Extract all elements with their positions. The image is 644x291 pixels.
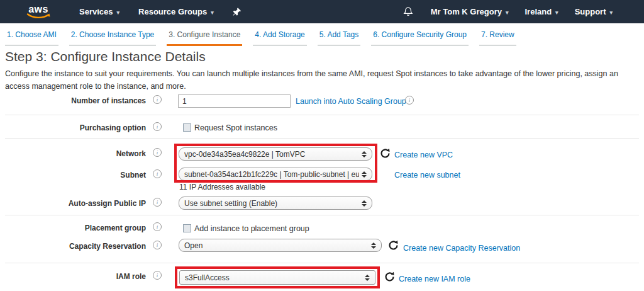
tab-review[interactable]: 7. Review: [479, 30, 516, 46]
network-select-value: vpc-0de34a35ea4c9822e | TomVPC: [179, 150, 359, 159]
info-icon[interactable]: [405, 96, 414, 105]
nav-support-menu[interactable]: Support ▾: [575, 7, 613, 16]
create-new-capacity-reservation-link[interactable]: Create new Capacity Reservation: [403, 244, 520, 253]
configure-instance-page: aws Services ▾ Resource Groups ▾: [0, 0, 644, 291]
tab-configure-security-group[interactable]: 6. Configure Security Group: [371, 30, 469, 46]
nav-support-label: Support: [575, 7, 606, 16]
info-icon[interactable]: [153, 95, 162, 104]
notifications-bell-icon[interactable]: [403, 6, 413, 17]
nav-services-menu[interactable]: Services ▾: [79, 7, 119, 16]
chevron-down-icon: ▾: [211, 9, 214, 16]
nav-services-label: Services: [79, 7, 113, 16]
auto-assign-public-ip-select[interactable]: Use subnet setting (Enable): [179, 197, 372, 210]
launch-into-auto-scaling-group-link[interactable]: Launch into Auto Scaling Group: [296, 97, 406, 106]
auto-assign-public-ip-label: Auto-assign Public IP: [0, 199, 146, 208]
chevron-down-icon: ▾: [117, 9, 120, 16]
nav-right-group: Mr Tom K Gregory ▾ Ireland ▾ Support ▾: [403, 6, 644, 17]
iam-role-label: IAM role: [0, 272, 146, 281]
select-arrows-icon: [365, 275, 370, 281]
aws-smile-icon: [26, 13, 50, 19]
row-divider: [5, 138, 639, 139]
subnet-select[interactable]: subnet-0a354ac12b1fc229c | Tom-public-su…: [179, 168, 372, 181]
ip-addresses-available-note: 11 IP Addresses available: [179, 183, 265, 191]
nav-account-menu[interactable]: Mr Tom K Gregory ▾: [431, 7, 509, 16]
row-divider: [5, 215, 639, 215]
auto-assign-public-ip-value: Use subnet setting (Enable): [179, 199, 359, 208]
refresh-icon[interactable]: [384, 271, 395, 282]
placement-group-checkbox[interactable]: [183, 224, 191, 232]
refresh-icon[interactable]: [388, 240, 399, 251]
row-divider: [5, 263, 639, 263]
info-icon[interactable]: [153, 241, 162, 249]
wizard-steps-tabs: 1. Choose AMI 2. Choose Instance Type 3.…: [5, 30, 516, 46]
create-new-vpc-link[interactable]: Create new VPC: [394, 151, 453, 159]
aws-logo-text: aws: [28, 5, 48, 14]
capacity-reservation-value: Open: [179, 241, 369, 250]
create-new-iam-role-link[interactable]: Create new IAM role: [399, 275, 470, 283]
info-icon[interactable]: [153, 198, 162, 207]
page-description: Configure the instance to suit your requ…: [5, 67, 636, 93]
chevron-down-icon: ▾: [555, 9, 558, 16]
number-of-instances-input[interactable]: [178, 94, 291, 108]
info-icon[interactable]: [153, 148, 162, 157]
capacity-reservation-label: Capacity Reservation: [0, 242, 146, 251]
tab-configure-instance[interactable]: 3. Configure Instance: [167, 30, 242, 46]
pin-icon[interactable]: [233, 7, 242, 16]
nav-region-menu[interactable]: Ireland ▾: [525, 7, 558, 16]
select-arrows-icon: [362, 171, 367, 178]
info-icon[interactable]: [153, 222, 162, 231]
nav-resource-groups-menu[interactable]: Resource Groups ▾: [138, 7, 214, 16]
tab-add-storage[interactable]: 4. Add Storage: [253, 30, 306, 46]
iam-role-value: s3FullAccess: [180, 273, 362, 282]
request-spot-instances-checkbox[interactable]: [183, 123, 191, 132]
network-select[interactable]: vpc-0de34a35ea4c9822e | TomVPC: [179, 147, 372, 161]
top-navigation-bar: aws Services ▾ Resource Groups ▾: [0, 0, 644, 23]
row-divider: [5, 115, 639, 115]
placement-group-checkbox-label: Add instance to placement group: [194, 224, 309, 233]
placement-group-label: Placement group: [0, 224, 146, 232]
page-title: Step 3: Configure Instance Details: [5, 49, 206, 64]
nav-resource-groups-label: Resource Groups: [138, 7, 207, 16]
tab-choose-ami[interactable]: 1. Choose AMI: [5, 30, 58, 46]
aws-logo[interactable]: aws: [26, 5, 50, 19]
subnet-select-value: subnet-0a354ac12b1fc229c | Tom-public-su…: [179, 170, 359, 179]
refresh-icon[interactable]: [380, 148, 391, 159]
capacity-reservation-select[interactable]: Open: [179, 239, 382, 252]
chevron-down-icon: ▾: [506, 9, 509, 16]
tab-add-tags[interactable]: 5. Add Tags: [318, 30, 361, 46]
select-arrows-icon: [362, 151, 367, 157]
network-label: Network: [0, 149, 146, 158]
tab-choose-instance-type[interactable]: 2. Choose Instance Type: [69, 30, 157, 46]
number-of-instances-label: Number of instances: [0, 96, 146, 105]
info-icon[interactable]: [153, 122, 162, 131]
chevron-down-icon: ▾: [609, 9, 613, 16]
create-new-subnet-link[interactable]: Create new subnet: [394, 171, 460, 180]
purchasing-option-label: Purchasing option: [0, 123, 146, 132]
nav-account-label: Mr Tom K Gregory: [431, 7, 502, 16]
request-spot-instances-label: Request Spot instances: [194, 123, 277, 132]
info-icon[interactable]: [153, 271, 162, 280]
info-icon[interactable]: [153, 169, 162, 178]
select-arrows-icon: [362, 200, 367, 207]
select-arrows-icon: [371, 243, 376, 249]
iam-role-select[interactable]: s3FullAccess: [179, 270, 375, 285]
pushpin-icon: [233, 7, 242, 16]
nav-region-label: Ireland: [525, 7, 552, 16]
subnet-label: Subnet: [0, 171, 146, 180]
